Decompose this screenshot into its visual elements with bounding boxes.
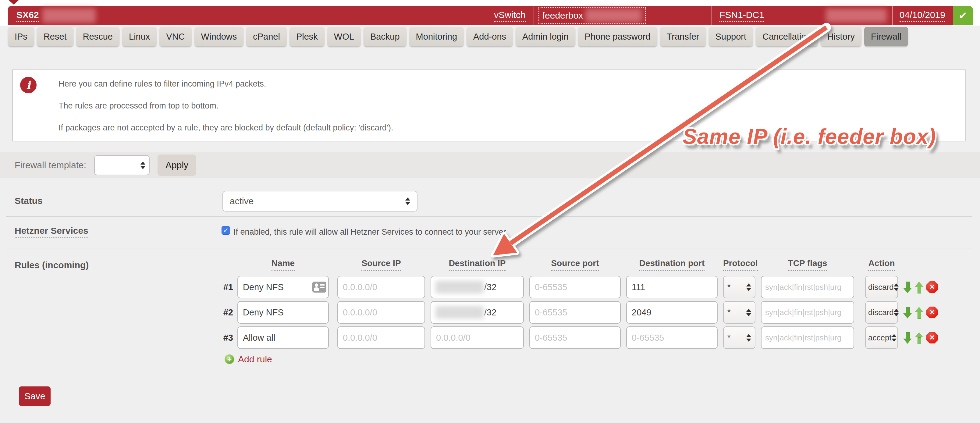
destination-ip-input[interactable] xyxy=(431,326,524,349)
destination-ip-field[interactable]: /32 xyxy=(431,301,524,324)
tab-firewall[interactable]: Firewall xyxy=(864,27,908,46)
info-line-2: The rules are processed from top to bott… xyxy=(59,101,966,111)
delete-rule-icon[interactable]: ✕ xyxy=(926,332,938,343)
tab-ips[interactable]: IPs xyxy=(8,27,34,46)
tab-windows[interactable]: Windows xyxy=(194,27,244,46)
server-name[interactable]: SX62 xyxy=(16,10,39,22)
destination-ip-cell: /32 xyxy=(431,276,524,298)
source-port-input[interactable] xyxy=(529,301,621,324)
info-box: i Here you can define rules to filter in… xyxy=(12,70,966,142)
tab-phone-password[interactable]: Phone password xyxy=(578,27,657,46)
datacenter-link[interactable]: FSN1-DC1 xyxy=(719,10,764,22)
delete-rule-icon[interactable]: ✕ xyxy=(926,307,938,318)
tab-cpanel[interactable]: cPanel xyxy=(246,27,287,46)
tab-vnc[interactable]: VNC xyxy=(159,27,191,46)
add-rule-label: Add rule xyxy=(238,354,272,364)
tab-bar: IPsResetRescueLinuxVNCWindowscPanelPlesk… xyxy=(8,27,908,46)
action-select[interactable]: discard xyxy=(865,276,898,298)
move-down-icon[interactable] xyxy=(903,332,912,344)
tab-admin-login[interactable]: Admin login xyxy=(515,27,575,46)
info-icon: i xyxy=(20,77,37,93)
redacted-destination-ip xyxy=(436,281,484,294)
destination-ip-cell: /32 xyxy=(431,301,524,324)
source-ip-input[interactable] xyxy=(337,326,425,349)
tab-reset[interactable]: Reset xyxy=(37,27,73,46)
column-header-tcp-flags: TCP flags xyxy=(761,258,854,271)
destination-ip-suffix: /32 xyxy=(484,282,496,292)
destination-port-input[interactable] xyxy=(626,301,718,324)
tab-add-ons[interactable]: Add-ons xyxy=(466,27,513,46)
delete-rule-icon[interactable]: ✕ xyxy=(926,281,938,293)
protocol-select[interactable]: * xyxy=(723,276,756,298)
tab-plesk[interactable]: Plesk xyxy=(290,27,325,46)
tab-monitoring[interactable]: Monitoring xyxy=(409,27,464,46)
server-nickname-text: feederbox xyxy=(542,10,583,21)
select-spinner-icon xyxy=(746,334,751,342)
row-divider xyxy=(6,216,972,217)
rule-name-cell xyxy=(237,301,329,324)
server-titlebar: SX62 vSwitch feederbox FSN1-DC1 04/10/20… xyxy=(8,6,973,25)
save-button[interactable]: Save xyxy=(19,386,51,406)
move-down-icon[interactable] xyxy=(903,307,912,318)
tab-support[interactable]: Support xyxy=(709,27,753,46)
info-line-1: Here you can define rules to filter inco… xyxy=(59,79,966,89)
hetzner-services-checkbox[interactable]: ✓ xyxy=(221,226,230,235)
add-icon: + xyxy=(224,355,234,364)
action-select[interactable]: discard xyxy=(865,301,898,324)
tcp-flags-input[interactable] xyxy=(761,276,854,298)
select-spinner-icon xyxy=(894,283,899,291)
paid-until-date[interactable]: 04/10/2019 xyxy=(900,10,945,22)
source-port-input[interactable] xyxy=(529,276,621,298)
destination-port-input[interactable] xyxy=(626,276,718,298)
rules-header: NameSource IPDestination IPSource portDe… xyxy=(0,258,980,272)
contact-card-icon[interactable] xyxy=(312,281,326,293)
source-ip-input[interactable] xyxy=(337,276,425,298)
rule-name-cell xyxy=(237,276,329,298)
select-spinner-icon xyxy=(746,309,751,316)
apply-button[interactable]: Apply xyxy=(158,154,196,176)
move-up-icon[interactable] xyxy=(915,332,923,344)
move-up-icon[interactable] xyxy=(915,307,923,318)
tcp-flags-input[interactable] xyxy=(761,326,854,349)
page: SX62 vSwitch feederbox FSN1-DC1 04/10/20… xyxy=(0,0,980,423)
tab-linux[interactable]: Linux xyxy=(122,27,157,46)
select-spinner-icon xyxy=(746,283,751,291)
rule-name-input[interactable] xyxy=(237,326,329,349)
hetzner-services-label: Hetzner Services xyxy=(14,226,88,239)
column-header-action: Action xyxy=(865,258,898,271)
titlebar-separator xyxy=(534,6,534,25)
tab-history[interactable]: History xyxy=(821,27,861,46)
column-header-destination-ip: Destination IP xyxy=(431,258,524,271)
move-up-icon[interactable] xyxy=(915,281,923,293)
rule-index: #1 xyxy=(210,276,233,298)
status-select[interactable]: active xyxy=(223,191,417,212)
rule-name-cell xyxy=(237,326,329,349)
column-header-name: Name xyxy=(237,258,329,271)
tab-wol[interactable]: WOL xyxy=(327,27,361,46)
server-nickname-field[interactable]: feederbox xyxy=(538,7,646,24)
tab-transfer[interactable]: Transfer xyxy=(660,27,706,46)
protocol-select[interactable]: * xyxy=(723,326,756,349)
select-spinner-icon xyxy=(894,309,899,316)
tab-backup[interactable]: Backup xyxy=(364,27,407,46)
move-down-icon[interactable] xyxy=(903,281,912,293)
add-rule-link[interactable]: + Add rule xyxy=(224,354,272,364)
tab-cancellation[interactable]: Cancellation xyxy=(756,27,818,46)
check-glyph: ✔ xyxy=(959,10,967,22)
source-port-input[interactable] xyxy=(529,326,621,349)
rule-row: #1 /32 * discard ✕ xyxy=(0,276,980,298)
firewall-template-select[interactable] xyxy=(94,155,150,175)
action-select[interactable]: accept xyxy=(865,326,898,349)
protocol-select[interactable]: * xyxy=(723,301,756,324)
destination-ip-field[interactable]: /32 xyxy=(431,276,524,298)
tcp-flags-input[interactable] xyxy=(761,301,854,324)
vswitch-link[interactable]: vSwitch xyxy=(494,10,525,22)
titlebar-separator xyxy=(892,6,893,25)
tab-rescue[interactable]: Rescue xyxy=(76,27,119,46)
status-ok-icon: ✔ xyxy=(953,6,973,25)
status-select-value: active xyxy=(230,196,253,206)
source-ip-input[interactable] xyxy=(337,301,425,324)
destination-port-input[interactable] xyxy=(626,326,718,349)
rule-name-input[interactable] xyxy=(237,301,329,324)
top-left-arrowhead-icon xyxy=(8,0,19,5)
